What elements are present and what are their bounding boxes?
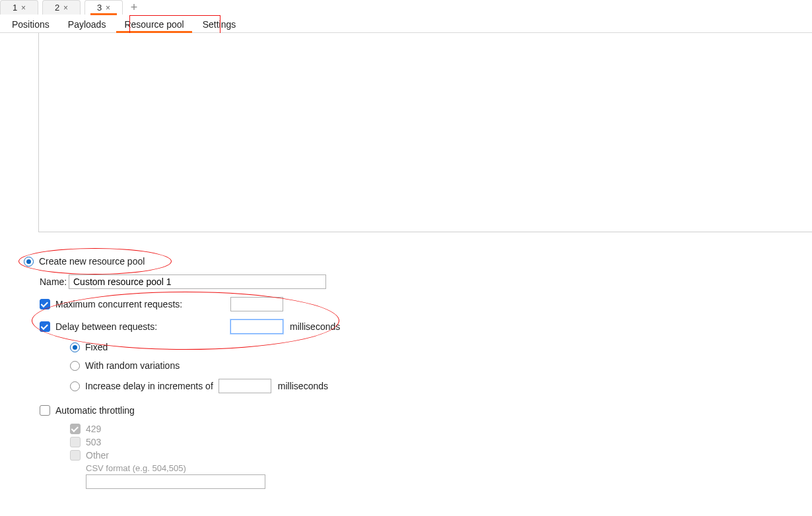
csv-hint-row: CSV format (e.g. 504,505) bbox=[86, 463, 618, 473]
csv-input[interactable] bbox=[86, 474, 265, 489]
delay-mode-fixed-label: Fixed bbox=[85, 342, 108, 352]
tab-label: Payloads bbox=[68, 19, 106, 30]
numbered-tab-2[interactable]: 2 × bbox=[42, 0, 81, 15]
create-new-row: Create new resource pool bbox=[24, 256, 618, 267]
delay-mode-increment-label: Increase delay in increments of bbox=[85, 381, 213, 391]
resource-pool-form: Create new resource pool Name: Maximum c… bbox=[24, 256, 618, 497]
tab-label: Positions bbox=[12, 19, 50, 30]
delay-mode-random-row: With random variations bbox=[70, 360, 618, 371]
delay-mode-increment-row: Increase delay in increments of millisec… bbox=[70, 379, 618, 393]
max-concurrent-label: Maximum concurrent requests: bbox=[55, 299, 230, 309]
numbered-tab-3[interactable]: 3 × bbox=[85, 0, 123, 15]
status-429-row: 429 bbox=[70, 424, 618, 434]
status-other-row: Other bbox=[70, 450, 618, 461]
menu-tab-bar: Positions Payloads Resource pool Setting… bbox=[0, 15, 812, 33]
tab-label: Resource pool bbox=[124, 19, 184, 30]
numbered-tab-1[interactable]: 1 × bbox=[0, 0, 38, 15]
status-other-checkbox bbox=[70, 450, 81, 461]
status-503-label: 503 bbox=[86, 437, 101, 447]
name-input[interactable] bbox=[69, 274, 326, 289]
tab-label: 1 bbox=[13, 3, 17, 13]
tab-label: Settings bbox=[203, 19, 236, 30]
tab-label: 3 bbox=[97, 3, 102, 13]
status-other-label: Other bbox=[86, 450, 109, 461]
delay-mode-fixed-row: Fixed bbox=[70, 342, 618, 352]
auto-throttle-checkbox[interactable] bbox=[40, 405, 50, 416]
tab-settings[interactable]: Settings bbox=[193, 15, 246, 32]
max-concurrent-checkbox[interactable] bbox=[40, 299, 50, 309]
delay-increment-unit: milliseconds bbox=[278, 381, 328, 391]
delay-mode-increment-radio[interactable] bbox=[70, 381, 80, 391]
tab-positions[interactable]: Positions bbox=[3, 15, 59, 32]
delay-increment-input[interactable] bbox=[219, 379, 271, 393]
delay-mode-random-label: With random variations bbox=[85, 360, 180, 371]
auto-throttle-label: Automatic throttling bbox=[55, 405, 135, 416]
create-new-label: Create new resource pool bbox=[39, 256, 145, 267]
create-new-radio[interactable] bbox=[24, 257, 34, 267]
tab-label: 2 bbox=[55, 3, 59, 13]
status-503-row: 503 bbox=[70, 437, 618, 447]
close-icon[interactable]: × bbox=[63, 4, 68, 12]
close-icon[interactable]: × bbox=[21, 4, 26, 12]
add-tab-button[interactable]: + bbox=[127, 1, 141, 14]
auto-throttle-row: Automatic throttling bbox=[40, 405, 618, 416]
status-429-checkbox bbox=[70, 424, 81, 434]
csv-hint: CSV format (e.g. 504,505) bbox=[86, 463, 186, 473]
max-concurrent-row: Maximum concurrent requests: bbox=[40, 297, 618, 311]
delay-mode-fixed-radio[interactable] bbox=[70, 342, 80, 352]
numbered-tab-bar: 1 × 2 × 3 × + bbox=[0, 0, 812, 15]
tab-payloads[interactable]: Payloads bbox=[59, 15, 116, 32]
close-icon[interactable]: × bbox=[106, 4, 110, 12]
name-label: Name: bbox=[40, 276, 69, 287]
delay-mode-random-radio[interactable] bbox=[70, 361, 80, 371]
delay-row: Delay between requests: milliseconds bbox=[40, 319, 618, 334]
delay-unit: milliseconds bbox=[290, 321, 340, 332]
status-503-checkbox bbox=[70, 437, 81, 447]
delay-checkbox[interactable] bbox=[40, 321, 50, 332]
plus-icon: + bbox=[131, 1, 138, 14]
delay-input[interactable] bbox=[230, 319, 283, 334]
tab-resource-pool[interactable]: Resource pool bbox=[115, 15, 193, 32]
name-row: Name: bbox=[40, 274, 618, 289]
csv-input-row bbox=[86, 474, 618, 489]
status-429-label: 429 bbox=[86, 424, 101, 434]
delay-label: Delay between requests: bbox=[55, 321, 230, 332]
content-panel bbox=[38, 33, 812, 232]
max-concurrent-input[interactable] bbox=[230, 297, 283, 311]
